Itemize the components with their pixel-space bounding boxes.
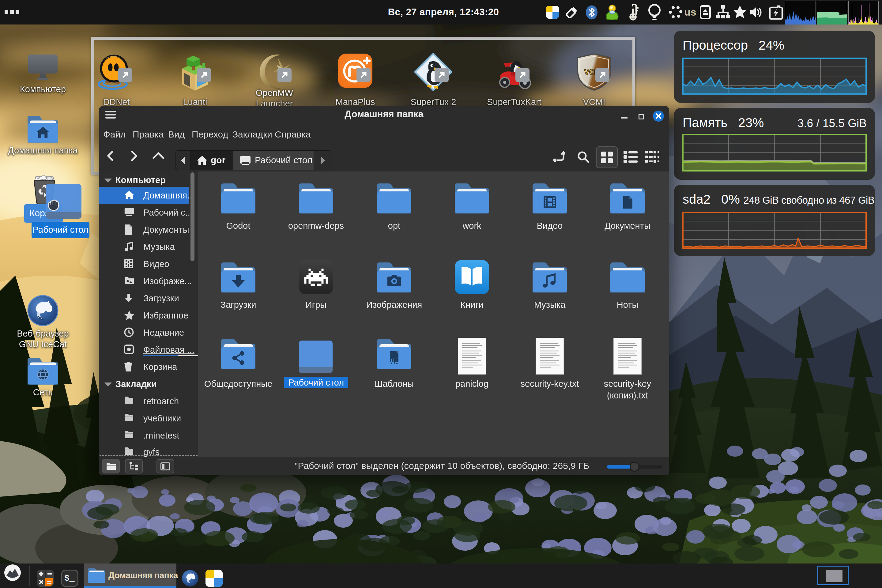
svg-text:$_: $_ <box>64 574 75 583</box>
